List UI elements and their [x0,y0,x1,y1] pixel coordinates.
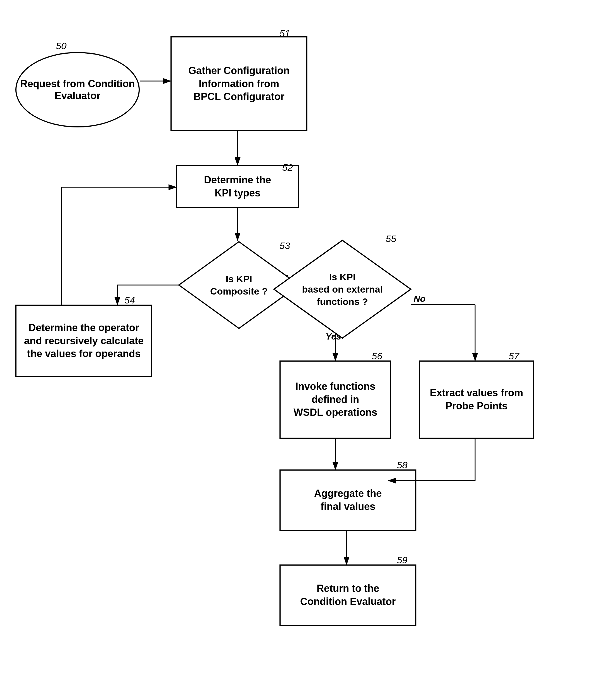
node-box-54: Determine the operatorand recursively ca… [15,304,152,377]
box54-label: Determine the operatorand recursively ca… [24,321,144,360]
label-52: 52 [282,162,293,173]
svg-text:No: No [414,294,426,304]
box51-label: Gather ConfigurationInformation fromBPCL… [188,64,290,103]
flowchart-diagram: Yes No Yes No Request from Condition Eva… [0,0,607,700]
node-diamond-55: Is KPIbased on externalfunctions ? [271,237,414,341]
oval-label: Request from Condition Evaluator [19,78,136,102]
box57-label: Extract values fromProbe Points [430,386,523,413]
label-50: 50 [56,41,66,51]
node-box-57: Extract values fromProbe Points [419,360,534,439]
node-box-51: Gather ConfigurationInformation fromBPCL… [170,36,308,131]
node-box-56: Invoke functionsdefined inWSDL operation… [279,360,391,439]
node-box-59: Return to theCondition Evaluator [279,565,416,626]
label-57: 57 [509,351,519,362]
box52-label: Determine theKPI types [204,173,271,200]
box56-label: Invoke functionsdefined inWSDL operation… [293,380,377,419]
label-56: 56 [372,351,382,362]
label-59: 59 [397,555,407,566]
box59-label: Return to theCondition Evaluator [300,582,396,608]
diamond55-label: Is KPIbased on externalfunctions ? [271,237,414,341]
label-51: 51 [279,28,290,39]
diamond-55-shape: Is KPIbased on externalfunctions ? [271,237,414,341]
box58-label: Aggregate thefinal values [314,487,382,513]
label-54: 54 [124,295,135,306]
node-box-52: Determine theKPI types [176,165,299,208]
node-oval-50: Request from Condition Evaluator [15,52,140,127]
node-box-58: Aggregate thefinal values [279,469,416,531]
label-58: 58 [397,460,407,471]
